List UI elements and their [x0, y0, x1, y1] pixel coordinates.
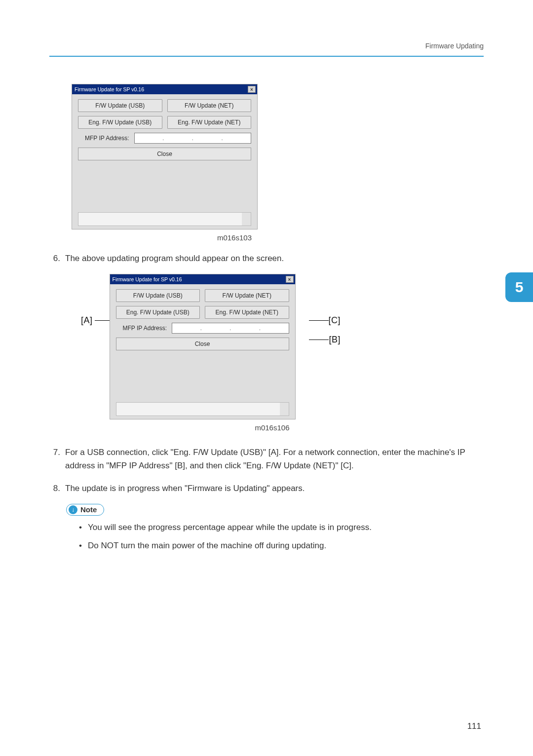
- firmware-dialog: Firmware Update for SP v0.16 × F/W Updat…: [110, 274, 296, 419]
- callout-line: [309, 340, 329, 340]
- down-arrow-icon: ↓: [69, 505, 77, 514]
- bullet-icon: •: [79, 521, 82, 534]
- fw-update-net-button[interactable]: F/W Update (NET): [205, 289, 289, 302]
- note-label: Note: [80, 505, 97, 514]
- step-7-text: For a USB connection, click "Eng. F/W Up…: [65, 446, 484, 472]
- ip-address-input[interactable]: . . .: [134, 133, 251, 144]
- eng-fw-update-usb-button[interactable]: Eng. F/W Update (USB): [78, 116, 162, 129]
- note-item: Do NOT turn the main power of the machin…: [88, 539, 326, 552]
- step-8-text: The update is in progress when "Firmware…: [65, 482, 305, 495]
- ip-dot: .: [200, 325, 202, 331]
- dialog-body: F/W Update (USB) F/W Update (NET) Eng. F…: [110, 284, 295, 419]
- step-number: 6.: [49, 252, 60, 265]
- dialog-close-icon[interactable]: ×: [248, 86, 256, 93]
- page-header-label: Firmware Updating: [49, 42, 484, 50]
- ip-dot: .: [259, 325, 261, 331]
- ip-address-label: MFP IP Address:: [116, 325, 167, 332]
- firmware-dialog: Firmware Update for SP v0.16 × F/W Updat…: [72, 84, 258, 229]
- fw-update-usb-button[interactable]: F/W Update (USB): [116, 289, 200, 302]
- eng-fw-update-net-button[interactable]: Eng. F/W Update (NET): [205, 306, 289, 319]
- dialog-titlebar: Firmware Update for SP v0.16 ×: [72, 84, 257, 94]
- header-rule: [49, 56, 484, 57]
- eng-fw-update-usb-button[interactable]: Eng. F/W Update (USB): [116, 306, 200, 319]
- step-number: 8.: [49, 482, 60, 495]
- figure-1: Firmware Update for SP v0.16 × F/W Updat…: [72, 84, 258, 242]
- dialog-titlebar: Firmware Update for SP v0.16 ×: [110, 274, 295, 284]
- ip-dot: .: [192, 135, 193, 141]
- callout-line: [309, 320, 329, 321]
- fw-update-net-button[interactable]: F/W Update (NET): [167, 99, 252, 112]
- page-container: Firmware Updating Firmware Update for SP…: [0, 0, 533, 756]
- callout-a: [A]: [81, 315, 93, 326]
- note-badge: ↓ Note: [66, 504, 104, 516]
- bullet-icon: •: [79, 539, 82, 552]
- dialog-title-text: Firmware Update for SP v0.16: [74, 86, 144, 92]
- note-item: You will see the progress percentage app…: [88, 521, 372, 534]
- dialog-title-text: Firmware Update for SP v0.16: [112, 276, 182, 282]
- ip-dot: .: [162, 135, 164, 141]
- ip-dot: .: [221, 135, 223, 141]
- close-button[interactable]: Close: [116, 338, 289, 350]
- ip-address-input[interactable]: . . .: [172, 323, 289, 334]
- ip-address-label: MFP IP Address:: [78, 135, 129, 142]
- figure-2: [A] [B] [C] Firmware Update for SP v0.16…: [74, 274, 331, 432]
- dialog-log-area: [116, 402, 289, 416]
- callout-b: [B]: [329, 335, 341, 345]
- page-number: 111: [467, 721, 481, 731]
- dialog-close-icon[interactable]: ×: [286, 276, 294, 283]
- dialog-body: F/W Update (USB) F/W Update (NET) Eng. F…: [72, 94, 257, 229]
- fw-update-usb-button[interactable]: F/W Update (USB): [78, 99, 162, 112]
- figure-2-caption: m016s106: [110, 423, 296, 432]
- dialog-log-area: [78, 212, 251, 226]
- callout-c: [C]: [328, 315, 341, 326]
- close-button[interactable]: Close: [78, 148, 251, 160]
- step-6-text: The above updating program should appear…: [65, 252, 284, 265]
- figure-1-caption: m016s103: [72, 233, 258, 242]
- ip-dot: .: [229, 325, 231, 331]
- step-number: 7.: [49, 446, 60, 472]
- eng-fw-update-net-button[interactable]: Eng. F/W Update (NET): [167, 116, 252, 129]
